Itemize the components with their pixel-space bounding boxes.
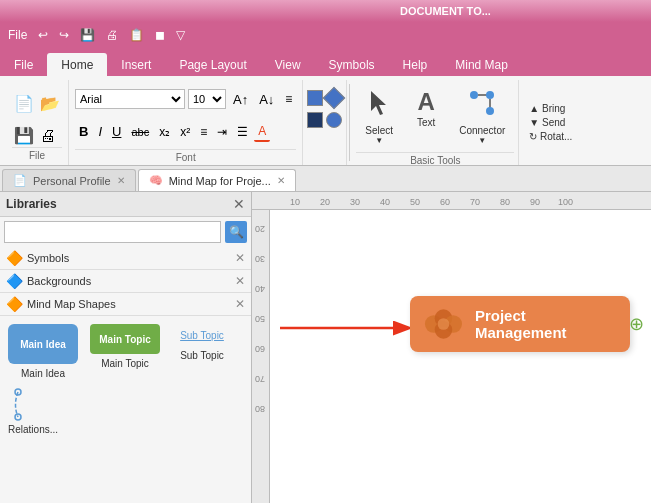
connector-tool-btn[interactable]: Connector ▼ — [450, 84, 514, 150]
ribbon-group-file: 📄 📂 💾 🖨 File — [6, 80, 69, 165]
dropdown-btn[interactable]: ▽ — [172, 26, 189, 44]
personal-tab-icon: 📄 — [13, 174, 27, 187]
mindmap-shapes-close[interactable]: ✕ — [235, 297, 245, 311]
title-bar: DOCUMENT TO... — [0, 0, 651, 22]
indent-btn[interactable]: ⇥ — [213, 123, 231, 141]
connector-label: Connector — [459, 125, 505, 136]
shapes-label — [307, 138, 342, 142]
superscript-btn[interactable]: x² — [176, 123, 194, 141]
sub-topic-preview-text: Sub Topic — [180, 330, 224, 341]
new-file-btn[interactable]: 📄 — [12, 92, 36, 115]
main-topic-label: Main Topic — [101, 358, 149, 369]
libraries-search-input[interactable] — [4, 221, 221, 243]
save-file-btn[interactable]: 💾 — [12, 124, 36, 147]
send-btn[interactable]: ▼ Send — [525, 116, 576, 129]
circle-btn[interactable] — [326, 112, 342, 128]
dark-square-btn[interactable] — [307, 112, 323, 128]
blue-square-btn[interactable] — [307, 90, 323, 106]
paragraph-btn[interactable]: ≡ — [281, 90, 296, 108]
save-btn[interactable]: 💾 — [76, 26, 99, 44]
libraries-panel: Libraries ✕ 🔍 🔶 Symbols ✕ 🔷 Backgrounds … — [0, 192, 252, 503]
select-icon — [367, 89, 391, 123]
library-item-mindmap-shapes[interactable]: 🔶 Mind Map Shapes ✕ — [0, 293, 251, 316]
libraries-search-btn[interactable]: 🔍 — [225, 221, 247, 243]
subscript-btn[interactable]: x₂ — [155, 123, 174, 141]
grow-font-btn[interactable]: A↑ — [229, 90, 252, 109]
main-topic-shape[interactable]: Main Topic Main Topic — [90, 324, 160, 369]
print-btn[interactable]: 🖨 — [102, 26, 122, 44]
tab-mind-map[interactable]: Mind Map — [441, 53, 522, 76]
project-management-node[interactable]: Project Management ⊕ — [410, 296, 630, 352]
library-item-symbols[interactable]: 🔶 Symbols ✕ — [0, 247, 251, 270]
open-btn[interactable]: 📂 — [38, 92, 62, 115]
ruler-top: 10 20 30 40 50 60 70 80 90 100 — [252, 192, 651, 210]
quick-btn-5[interactable]: 📋 — [125, 26, 148, 44]
list-btn[interactable]: ≡ — [196, 123, 211, 141]
select-tool-btn[interactable]: Select ▼ — [356, 84, 402, 150]
underline-btn[interactable]: U — [108, 122, 125, 141]
main-topic-preview: Main Topic — [90, 324, 160, 354]
backgrounds-close[interactable]: ✕ — [235, 274, 245, 288]
svg-point-5 — [486, 107, 494, 115]
ruler-left-mark-20: 20 — [255, 224, 265, 234]
sub-topic-label: Sub Topic — [180, 350, 224, 361]
undo-btn[interactable]: ↩ — [34, 26, 52, 44]
relations-icon — [8, 387, 58, 422]
symbols-close[interactable]: ✕ — [235, 251, 245, 265]
tab-view[interactable]: View — [261, 53, 315, 76]
svg-point-1 — [470, 91, 478, 99]
tab-home[interactable]: Home — [47, 53, 107, 76]
ruler-left-mark-40: 40 — [255, 284, 265, 294]
document-title: DOCUMENT TO... — [400, 5, 491, 17]
ruler-mark-30: 30 — [350, 197, 360, 207]
main-idea-shape[interactable]: Main Idea Main Idea — [8, 324, 78, 379]
personal-tab-close[interactable]: ✕ — [117, 175, 125, 186]
canvas-content[interactable]: Project Management ⊕ — [270, 210, 651, 503]
file-menu-btn[interactable]: File — [4, 26, 31, 44]
font-size-select[interactable]: 10 12 14 — [188, 89, 226, 109]
relations-label: Relations... — [8, 424, 58, 435]
tab-personal-profile[interactable]: 📄 Personal Profile ✕ — [2, 169, 136, 191]
sub-topic-preview: Sub Topic — [172, 324, 232, 346]
library-item-backgrounds[interactable]: 🔷 Backgrounds ✕ — [0, 270, 251, 293]
print-file-btn[interactable]: 🖨 — [38, 125, 58, 147]
shrink-font-btn[interactable]: A↓ — [255, 90, 278, 109]
strikethrough-btn[interactable]: abc — [127, 124, 153, 140]
redo-btn[interactable]: ↪ — [55, 26, 73, 44]
ribbon-content: 📄 📂 💾 🖨 File Arial Times New Roman 10 12… — [0, 76, 651, 166]
bold-btn[interactable]: B — [75, 122, 92, 141]
rotate-btn[interactable]: ↻ Rotat... — [525, 130, 576, 143]
shapes-preview-area: Main Idea Main Idea Main Topic Main Topi… — [0, 316, 251, 503]
tab-page-layout[interactable]: Page Layout — [165, 53, 260, 76]
tab-file[interactable]: File — [0, 53, 47, 76]
tab-mind-map-project[interactable]: 🧠 Mind Map for Proje... ✕ — [138, 169, 296, 191]
tab-help[interactable]: Help — [389, 53, 442, 76]
sub-topic-shape[interactable]: Sub Topic Sub Topic — [172, 324, 232, 361]
ruler-mark-80: 80 — [500, 197, 510, 207]
bring-btn[interactable]: ▲ Bring — [525, 102, 576, 115]
tab-insert[interactable]: Insert — [107, 53, 165, 76]
libraries-close-btn[interactable]: ✕ — [233, 196, 245, 212]
font-family-select[interactable]: Arial Times New Roman — [75, 89, 185, 109]
text-tool-label: Text — [417, 117, 435, 128]
shape-tools-group — [303, 80, 347, 165]
relations-shape[interactable]: Relations... — [8, 387, 243, 435]
connector-dropdown[interactable]: ▼ — [478, 136, 486, 145]
mindmap-tab-close[interactable]: ✕ — [277, 175, 285, 186]
diamond-btn[interactable] — [323, 87, 346, 110]
bsr-group: ▲ Bring ▼ Send ↻ Rotat... — [519, 80, 582, 165]
canvas-area[interactable]: 10 20 30 40 50 60 70 80 90 100 20 30 40 … — [252, 192, 651, 503]
ruler-mark-70: 70 — [470, 197, 480, 207]
quick-access-toolbar: File ↩ ↪ 💾 🖨 📋 ◼ ▽ — [0, 22, 651, 48]
document-tab-bar: 📄 Personal Profile ✕ 🧠 Mind Map for Proj… — [0, 166, 651, 192]
text-tool-btn[interactable]: A Text — [406, 84, 446, 133]
align-btn[interactable]: ☰ — [233, 123, 252, 141]
svg-marker-0 — [371, 91, 386, 115]
pm-plus-btn[interactable]: ⊕ — [629, 313, 644, 335]
ruler-left-mark-70: 70 — [255, 374, 265, 384]
font-color-btn[interactable]: A — [254, 122, 270, 142]
italic-btn[interactable]: I — [94, 122, 106, 141]
quick-btn-6[interactable]: ◼ — [151, 26, 169, 44]
select-dropdown[interactable]: ▼ — [375, 136, 383, 145]
tab-symbols[interactable]: Symbols — [315, 53, 389, 76]
